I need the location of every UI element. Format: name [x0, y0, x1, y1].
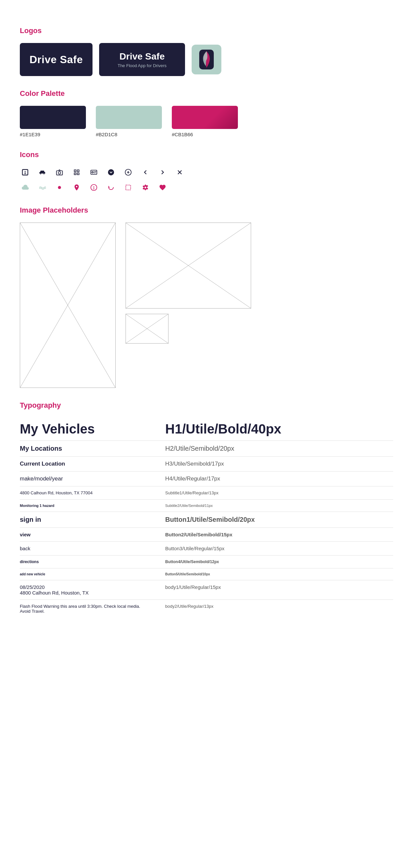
svg-point-11 [92, 172, 94, 173]
typo-row-btn3: back Button3/Utile/Regular/15px [20, 541, 393, 556]
location-pin-icon [71, 182, 82, 193]
logo-simple-text: Drive Safe [29, 54, 83, 66]
typo-h1-sample: My Vehicles [20, 422, 145, 436]
svg-point-5 [58, 172, 61, 174]
chevron-left-icon [140, 167, 151, 178]
typo-row-btn5: add new vehicle Button5/Utile/Semibold/1… [20, 568, 393, 580]
typo-btn1-label: Button1/Utile/Semibold/20px [165, 516, 393, 523]
typo-btn5-sample: add new vehicle [20, 572, 145, 576]
typo-row-sub1: 4800 Calhoun Rd, Houston, TX 77004 Subti… [20, 487, 393, 500]
icons-row-2 [20, 182, 393, 193]
typo-btn4-sample: directions [20, 559, 145, 564]
gear-icon [140, 182, 151, 193]
typo-h2-sample: My Locations [20, 445, 145, 452]
heart-icon [157, 182, 168, 193]
color-palette-section: Color Palette #1E1E39 #B2D1C8 #CB1B66 [20, 89, 393, 137]
logo-dark-tagline: Drive Safe The Flood App for Drivers [99, 43, 185, 76]
scan-icon [71, 167, 82, 178]
svg-point-3 [25, 173, 25, 174]
logos-title: Logos [20, 27, 393, 35]
typo-row-sub2: Monitoring 1 hazard Subtitle2/Utile/Semi… [20, 500, 393, 512]
placeholder-medium [126, 222, 251, 309]
svg-rect-7 [77, 170, 79, 172]
typo-h4-label: H4/Utile/Regular/17px [165, 475, 393, 482]
typo-h3-label: H3/Utile/Semibold/17px [165, 461, 393, 467]
typo-btn5-label: Button5/Utile/Semibold/10px [165, 572, 393, 576]
typo-h2-label: H2/Utile/Semibold/20px [165, 445, 393, 452]
icons-title: Icons [20, 151, 393, 159]
typo-row-btn2: view Button2/Utile/Semibold/15px [20, 528, 393, 541]
alert-icon [20, 167, 30, 178]
typo-row-body1: 08/25/2020 4800 Calhoun Rd, Houston, TX … [20, 580, 393, 600]
typo-btn3-label: Button3/Utile/Regular/15px [165, 546, 393, 551]
image-placeholders-section: Image Placeholders [20, 206, 393, 388]
typography-title: Typography [20, 401, 393, 410]
typo-body2-label: body2/Utile/Regular/13px [165, 604, 393, 609]
typo-row-btn4: directions Button4/Utile/Semibold/12px [20, 556, 393, 568]
image-placeholders-title: Image Placeholders [20, 206, 393, 215]
color-swatch-3: #CB1B66 [172, 106, 238, 137]
logo-icon-svg [197, 48, 216, 71]
swatch-teal [96, 106, 162, 129]
dot-icon [54, 182, 65, 193]
svg-rect-8 [74, 173, 76, 175]
waves-icon [37, 182, 47, 193]
svg-rect-24 [126, 185, 131, 190]
swatch-dark-label: #1E1E39 [20, 132, 86, 137]
typo-btn2-label: Button2/Utile/Semibold/15px [165, 532, 393, 537]
svg-rect-6 [74, 170, 76, 172]
logo-tagline-title: Drive Safe [119, 51, 165, 62]
refresh-icon [106, 182, 116, 193]
typo-btn4-label: Button4/Utile/Semibold/12px [165, 559, 393, 564]
typo-btn2-sample: view [20, 532, 145, 537]
typography-section: Typography My Vehicles H1/Utile/Bold/40p… [20, 401, 393, 618]
svg-point-23 [94, 188, 94, 189]
icons-row-1 [20, 167, 393, 178]
typo-btn3-sample: back [20, 546, 145, 551]
color-swatch-2: #B2D1C8 [96, 106, 162, 137]
typo-body1-sample: 08/25/2020 4800 Calhoun Rd, Houston, TX [20, 584, 145, 595]
logo-dark-simple: Drive Safe [20, 43, 93, 76]
placeholder-large-x [20, 223, 115, 388]
logos-section: Logos Drive Safe Drive Safe The Flood Ap… [20, 27, 393, 76]
typo-body2-sample: Flash Flood Warning this area until 3:30… [20, 604, 145, 614]
svg-point-20 [58, 186, 61, 189]
icons-section: Icons [20, 151, 393, 193]
logo-icon-box [192, 44, 221, 74]
warning-circle-icon [89, 182, 99, 193]
typo-sub1-label: Subtitle1/Utile/Regular/13px [165, 490, 393, 495]
placeholder-group-right [126, 222, 251, 344]
selection-icon [123, 182, 134, 193]
car-icon [37, 167, 47, 178]
logo-tagline-subtitle: The Flood App for Drivers [117, 63, 167, 68]
logos-row: Drive Safe Drive Safe The Flood App for … [20, 43, 393, 76]
typo-row-h4: make/model/year H4/Utile/Regular/17px [20, 471, 393, 487]
chevron-down-circle-icon [106, 167, 116, 178]
typo-sub2-label: Subtitle2/Utile/Semibold/11px [165, 504, 393, 507]
plus-circle-icon [123, 167, 134, 178]
swatch-pink [172, 106, 238, 129]
id-card-icon [89, 167, 99, 178]
typo-row-body2: Flash Flood Warning this area until 3:30… [20, 600, 393, 618]
typo-sub1-sample: 4800 Calhoun Rd, Houston, TX 77004 [20, 490, 145, 495]
camera-icon [54, 167, 65, 178]
placeholder-medium-x [126, 223, 251, 308]
svg-rect-9 [77, 173, 79, 175]
typo-row-h1: My Vehicles H1/Utile/Bold/40px [20, 417, 393, 441]
placeholder-large [20, 222, 116, 388]
placeholders-row [20, 222, 393, 388]
cloud-icon [20, 182, 30, 193]
typo-sub2-sample: Monitoring 1 hazard [20, 504, 145, 507]
typo-row-btn1: sign in Button1/Utile/Semibold/20px [20, 512, 393, 528]
typo-h1-label: H1/Utile/Bold/40px [165, 422, 393, 436]
color-palette-title: Color Palette [20, 89, 393, 98]
placeholder-small [126, 314, 169, 344]
swatch-dark [20, 106, 86, 129]
typo-btn1-sample: sign in [20, 516, 145, 523]
typo-h3-sample: Current Location [20, 461, 145, 467]
placeholder-small-x [126, 314, 168, 343]
color-swatch-1: #1E1E39 [20, 106, 86, 137]
typo-row-h2: My Locations H2/Utile/Semibold/20px [20, 441, 393, 457]
chevron-right-icon [157, 167, 168, 178]
typo-body1-label: body1/Utile/Regular/15px [165, 584, 393, 590]
